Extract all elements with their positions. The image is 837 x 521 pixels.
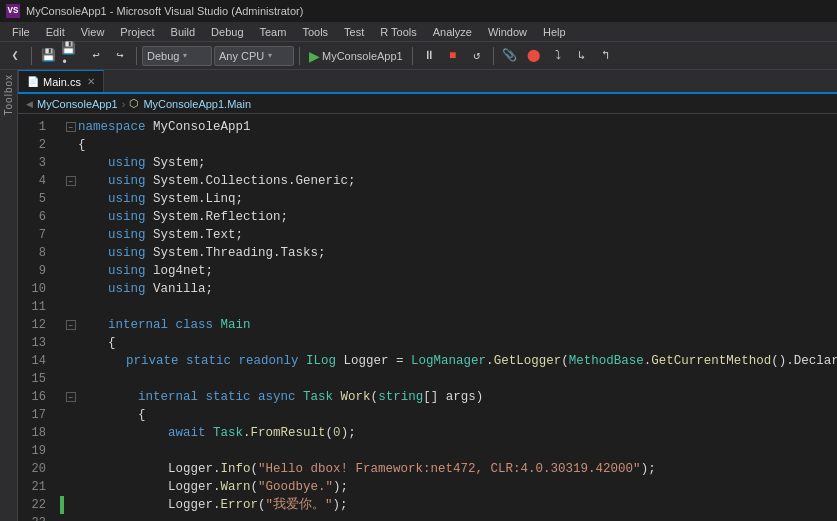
menu-item-test[interactable]: Test: [336, 22, 372, 42]
pause-button[interactable]: ⏸: [418, 45, 440, 67]
menu-item-help[interactable]: Help: [535, 22, 574, 42]
code-token: ILog: [306, 352, 336, 370]
code-line: − internal static async Task Work(string…: [66, 388, 837, 406]
code-line: − internal class Main: [66, 316, 837, 334]
attach-button[interactable]: 📎: [499, 45, 521, 67]
line-number: 23: [18, 514, 54, 521]
line-numbers: 1234567891011121314151617181920212223242…: [18, 114, 58, 521]
code-token: [296, 388, 304, 406]
line-number: 21: [18, 478, 54, 496]
code-token: internal static async: [78, 388, 296, 406]
code-token: "Hello dbox! Framework:net472, CLR:4.0.3…: [258, 460, 641, 478]
toolbox-panel[interactable]: Toolbox: [0, 70, 18, 521]
code-token: using: [78, 172, 146, 190]
step-out-button[interactable]: ↰: [595, 45, 617, 67]
restart-button[interactable]: ↺: [466, 45, 488, 67]
line-number: 10: [18, 280, 54, 298]
code-token: private static readonly: [66, 352, 299, 370]
menu-item-view[interactable]: View: [73, 22, 113, 42]
save-all-button[interactable]: 💾•: [61, 45, 83, 67]
breakpoint-button[interactable]: ⬤: [523, 45, 545, 67]
menu-item-team[interactable]: Team: [252, 22, 295, 42]
breadcrumb-project[interactable]: MyConsoleApp1: [37, 98, 118, 110]
menu-item-analyze[interactable]: Analyze: [425, 22, 480, 42]
tab-label: Main.cs: [43, 76, 81, 88]
line-number: 13: [18, 334, 54, 352]
code-token: System.Reflection;: [146, 208, 289, 226]
tab-main-cs[interactable]: 📄 Main.cs ✕: [18, 70, 104, 92]
breadcrumb-method-icon: ⬡: [129, 97, 139, 110]
code-token: using: [78, 226, 146, 244]
menu-item-debug[interactable]: Debug: [203, 22, 251, 42]
menu-item-build[interactable]: Build: [163, 22, 203, 42]
code-token: .: [644, 352, 652, 370]
menu-item-r-tools[interactable]: R Tools: [372, 22, 424, 42]
collapse-button[interactable]: −: [66, 122, 76, 132]
line-number: 4: [18, 172, 54, 190]
app-icon: VS: [6, 4, 20, 18]
menu-item-tools[interactable]: Tools: [294, 22, 336, 42]
code-token: Main: [221, 316, 251, 334]
line-number: 2: [18, 136, 54, 154]
menu-item-edit[interactable]: Edit: [38, 22, 73, 42]
collapse-button[interactable]: −: [66, 176, 76, 186]
main-layout: Toolbox 📄 Main.cs ✕ ◀ MyConsoleApp1 › ⬡ …: [0, 70, 837, 521]
breakpoint-indicator: [60, 496, 64, 514]
back-button[interactable]: ❮: [4, 45, 26, 67]
code-line: [66, 298, 837, 316]
code-line: [66, 370, 837, 388]
line-number: 12: [18, 316, 54, 334]
code-token: "Goodbye.": [258, 478, 333, 496]
toolbox-label: Toolbox: [3, 74, 14, 115]
code-token: (: [371, 388, 379, 406]
code-token: (: [251, 478, 259, 496]
menu-item-file[interactable]: File: [4, 22, 38, 42]
collapse-button[interactable]: −: [66, 320, 76, 330]
code-token: Warn: [221, 478, 251, 496]
breadcrumb-arrow-left: ◀: [26, 99, 33, 109]
save-button[interactable]: 💾: [37, 45, 59, 67]
menu-item-project[interactable]: Project: [112, 22, 162, 42]
code-content[interactable]: −namespace MyConsoleApp1{ using System;−…: [58, 114, 837, 521]
code-token: MethodBase: [569, 352, 644, 370]
platform-dropdown[interactable]: Any CPU ▾: [214, 46, 294, 66]
stop-button[interactable]: ■: [442, 45, 464, 67]
code-line: {: [66, 406, 837, 424]
code-token: );: [333, 478, 348, 496]
menu-bar: FileEditViewProjectBuildDebugTeamToolsTe…: [0, 22, 837, 42]
run-button[interactable]: ▶ MyConsoleApp1: [305, 48, 407, 64]
code-line: [66, 514, 837, 521]
breadcrumb-separator: ›: [122, 98, 126, 110]
code-token: [333, 388, 341, 406]
toolbar-separator-3: [299, 47, 300, 65]
code-token: using: [78, 244, 146, 262]
toolbar-separator-2: [136, 47, 137, 65]
code-token: await: [78, 424, 206, 442]
debug-config-dropdown[interactable]: Debug ▾: [142, 46, 212, 66]
code-token: Info: [221, 460, 251, 478]
collapse-button[interactable]: −: [66, 392, 76, 402]
breadcrumb-method[interactable]: MyConsoleApp1.Main: [143, 98, 251, 110]
code-token: MyConsoleApp1: [146, 118, 251, 136]
menu-item-window[interactable]: Window: [480, 22, 535, 42]
step-into-button[interactable]: ↳: [571, 45, 593, 67]
line-number: 9: [18, 262, 54, 280]
code-token: [206, 424, 214, 442]
code-line: private static readonly ILog Logger = Lo…: [66, 352, 837, 370]
undo-button[interactable]: ↩: [85, 45, 107, 67]
toolbar-separator: [31, 47, 32, 65]
code-line: Logger.Warn("Goodbye.");: [66, 478, 837, 496]
line-number: 16: [18, 388, 54, 406]
code-token: [299, 352, 307, 370]
code-token: Vanilla;: [146, 280, 214, 298]
editor-area: 📄 Main.cs ✕ ◀ MyConsoleApp1 › ⬡ MyConsol…: [18, 70, 837, 521]
code-line: using System;: [66, 154, 837, 172]
redo-button[interactable]: ↪: [109, 45, 131, 67]
code-token: .: [486, 352, 494, 370]
close-tab-button[interactable]: ✕: [87, 76, 95, 87]
code-token: using: [78, 154, 146, 172]
code-line: using log4net;: [66, 262, 837, 280]
step-over-button[interactable]: ⤵: [547, 45, 569, 67]
line-number: 1: [18, 118, 54, 136]
code-token: [] args): [423, 388, 483, 406]
